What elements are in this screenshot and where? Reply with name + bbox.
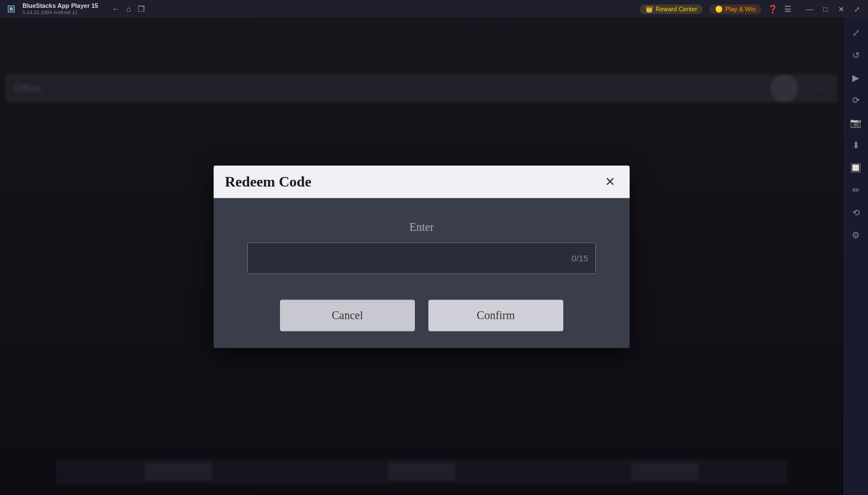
nav-back-icon[interactable]: ← <box>112 4 120 13</box>
nav-copy-icon[interactable]: ❐ <box>138 4 145 13</box>
dialog-title: Redeem Code <box>225 173 311 190</box>
help-icon[interactable]: ❓ <box>768 4 777 13</box>
nav-buttons: ← ⌂ ❐ <box>112 4 145 13</box>
title-bar-left: BlueStacks App Player 15 5.14.21.1004 An… <box>4 2 145 16</box>
svg-point-3 <box>10 7 13 11</box>
menu-icon[interactable]: ☰ <box>784 4 792 13</box>
dialog-body: Enter 0/15 <box>214 198 630 290</box>
title-info: BlueStacks App Player 15 5.14.21.1004 An… <box>22 2 98 16</box>
title-bar: BlueStacks App Player 15 5.14.21.1004 An… <box>0 0 868 18</box>
nav-home-icon[interactable]: ⌂ <box>126 4 131 13</box>
sidebar-icon-settings[interactable]: ⚙ <box>846 225 866 245</box>
sidebar-icon-sync[interactable]: ⟳ <box>846 90 866 110</box>
sidebar-icon-apk[interactable]: ⬇ <box>846 135 866 155</box>
redeem-code-dialog: Redeem Code ✕ Enter 0/15 Cancel Confirm <box>214 165 630 348</box>
coin-icon: 🟡 <box>715 6 723 13</box>
sidebar-icon-camera[interactable]: 📷 <box>846 112 866 133</box>
play-win-button[interactable]: 🟡 Play & Win <box>709 4 761 14</box>
play-win-label: Play & Win <box>725 6 756 12</box>
cancel-button[interactable]: Cancel <box>280 299 415 331</box>
sidebar-icon-play[interactable]: ▶ <box>846 67 866 88</box>
dialog-enter-label: Enter <box>409 220 433 233</box>
sidebar-icon-expand[interactable]: ⤢ <box>846 22 866 43</box>
reward-center-button[interactable]: 👑 Reward Center <box>640 4 703 14</box>
window-controls: — □ ✕ ⤢ <box>803 3 864 15</box>
crown-icon: 👑 <box>645 6 653 13</box>
app-version: 5.14.21.1004 Android 11 <box>22 10 98 16</box>
maximize-button[interactable]: □ <box>819 3 832 15</box>
code-input-field[interactable] <box>247 242 596 274</box>
right-sidebar: ⤢ ↺ ▶ ⟳ 📷 ⬇ 🔲 ✏ ⟲ ⚙ <box>843 18 868 495</box>
sidebar-icon-screenshot[interactable]: 🔲 <box>846 157 866 178</box>
sidebar-icon-edit[interactable]: ✏ <box>846 180 866 200</box>
main-area: Office ⋯ Redeem Code ✕ Enter 0/15 Cancel… <box>0 18 843 495</box>
minimize-button[interactable]: — <box>803 3 816 15</box>
sidebar-icon-refresh[interactable]: ⟲ <box>846 202 866 222</box>
title-bar-right: 👑 Reward Center 🟡 Play & Win ❓ ☰ — □ ✕ ⤢ <box>640 3 864 15</box>
close-button[interactable]: ✕ <box>834 3 848 15</box>
dialog-footer: Cancel Confirm <box>214 290 630 348</box>
expand-button[interactable]: ⤢ <box>850 3 864 15</box>
code-input-wrapper: 0/15 <box>247 242 596 274</box>
sidebar-icon-rotate[interactable]: ↺ <box>846 45 866 65</box>
bluestacks-logo <box>4 2 18 16</box>
app-name: BlueStacks App Player 15 <box>22 2 98 10</box>
confirm-button[interactable]: Confirm <box>428 299 563 331</box>
dialog-header: Redeem Code ✕ <box>214 165 630 198</box>
reward-center-label: Reward Center <box>655 6 697 12</box>
dialog-close-button[interactable]: ✕ <box>602 174 618 189</box>
